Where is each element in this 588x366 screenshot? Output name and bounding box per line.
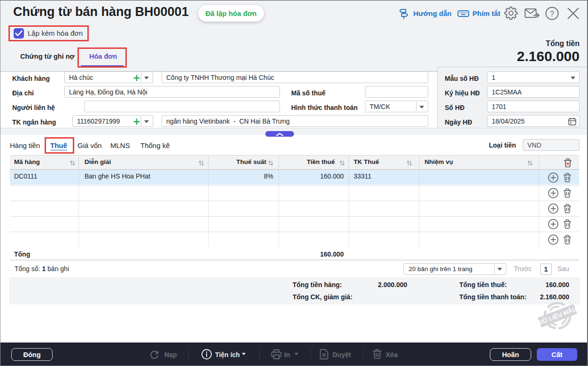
svg-text:?: ? [550,10,554,18]
